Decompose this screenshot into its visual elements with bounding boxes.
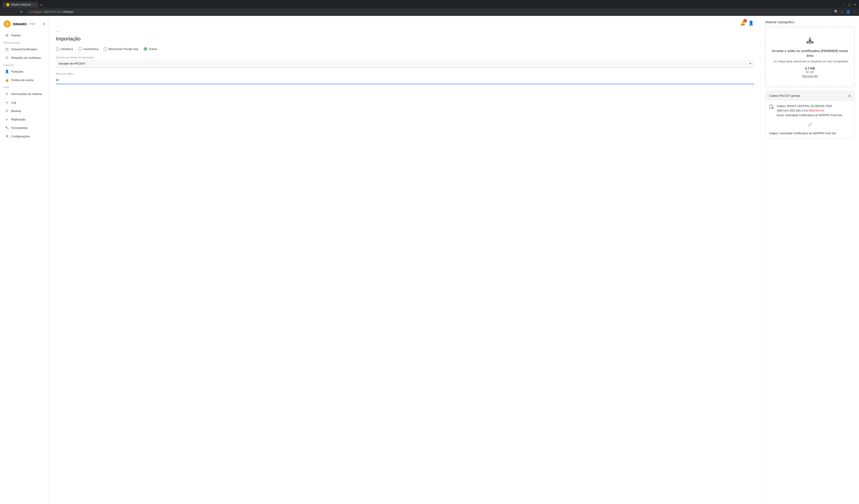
browser-menu-icon[interactable]: ⋮	[853, 10, 856, 14]
sidebar-label-paineis: Painéis	[11, 34, 21, 37]
forward-button[interactable]: →	[11, 10, 17, 14]
url-bar[interactable]: ⚠ Inseguro https://127.0.0.1/#/import	[26, 9, 832, 15]
tab-close-button[interactable]: ×	[33, 3, 34, 6]
object-name-label: Nome do objeto	[56, 73, 754, 75]
panel-title: Material criptográfico	[765, 20, 855, 24]
sidebar-label-politica: Política de senha	[11, 78, 33, 82]
sidebar-item-log[interactable]: ≡ Log	[1, 98, 48, 106]
notification-button[interactable]: 🔔 1	[740, 20, 745, 26]
app-logo: D	[3, 20, 11, 28]
chain-issuer-0: Issuer: Autoridade Certificadora do SERP…	[777, 113, 842, 117]
sidebar-item-configuracoes[interactable]: ⚙ Configurações	[1, 132, 48, 140]
sidebar-label-informacoes: Informações do sistema	[11, 92, 42, 96]
sidebar-item-informacoes[interactable]: ℹ Informações do sistema	[1, 90, 48, 98]
radio-assimetrica[interactable]: Assimétrica	[78, 47, 98, 51]
tab-favicon	[6, 3, 10, 6]
app-layout: D DINAMO HSM ☰ ⊞ Painéis Minha partição …	[0, 16, 859, 504]
import-method-value: Gerador de PKCS#7	[59, 62, 85, 65]
sidebar-label-replicacao: Replicação	[11, 118, 26, 121]
app-subtitle: HSM	[29, 22, 35, 26]
close-button[interactable]: ✕	[854, 3, 856, 6]
chain-section-title: Cadeia PKCS#7 gerada	[769, 94, 800, 97]
backup-icon: ⊙	[5, 109, 9, 113]
profile-icon[interactable]: 👤	[846, 10, 850, 14]
import-method-group: Escolha um método de importação Gerador …	[56, 56, 754, 68]
radio-outros[interactable]: Outros	[144, 47, 157, 51]
minimize-button[interactable]: ─	[843, 3, 845, 6]
configuracoes-icon: ⚙	[5, 134, 9, 138]
import-type-radio-group: Simétrica Assimétrica Blockchain Private…	[56, 47, 754, 51]
sidebar-item-chaves[interactable]: ⚿ Chaves/Certificados	[1, 45, 48, 53]
import-method-select[interactable]: Gerador de PKCS#7 ▾	[56, 60, 754, 68]
chain-info-0: Subject: BANCO CENTRAL DO BRASIL P505 Va…	[777, 104, 842, 117]
object-name-input[interactable]	[56, 76, 754, 84]
log-icon: ≡	[5, 100, 9, 104]
sidebar-item-relacoes[interactable]: ⊙ Relações de confiança	[1, 53, 48, 62]
active-tab[interactable]: Dinamo Webcon ×	[3, 2, 39, 7]
sidebar-label-relacoes: Relações de confiança	[11, 56, 41, 60]
replicacao-icon: ≡	[5, 117, 9, 121]
cert-icon-0	[769, 104, 774, 110]
app-header: 🔔 1 👤	[56, 20, 754, 26]
chain-subject-0: Subject: BANCO CENTRAL DO BRASIL P505	[777, 104, 842, 108]
radio-dot-outros	[145, 48, 146, 50]
sidebar-label-configuracoes: Configurações	[11, 135, 30, 138]
star-icon[interactable]: ☆	[841, 10, 844, 14]
collapse-panel-button[interactable]: ‹	[56, 28, 59, 34]
file-name: bc.cer	[770, 70, 849, 74]
address-bar-actions: 🔍 ☆ 👤 ⋮	[834, 10, 856, 14]
sidebar-item-ferramentas[interactable]: 🔧 Ferramentas	[1, 124, 48, 132]
chain-section-header[interactable]: Cadeia PKCS#7 gerada ⋀	[766, 91, 854, 100]
new-tab-button[interactable]: +	[39, 3, 45, 7]
informacoes-icon: ℹ	[5, 92, 9, 96]
radio-label-blockchain: Blockchain Private Key	[108, 47, 138, 51]
notification-badge: 1	[743, 19, 747, 22]
sidebar-item-paineis[interactable]: ⊞ Painéis	[1, 31, 48, 39]
address-bar: ← → ↻ ⚠ Inseguro https://127.0.0.1/#/imp…	[0, 7, 859, 16]
file-drop-zone[interactable]: Arraste e solte os certificados (PEM/DER…	[765, 27, 855, 87]
remove-file-button[interactable]: Remove file	[802, 74, 818, 78]
right-panel: Material criptográfico Arraste e solte o…	[760, 16, 859, 504]
radio-label-simetrica: Simétrica	[61, 47, 73, 51]
sidebar-item-backup[interactable]: ⊙ Backup	[1, 107, 48, 115]
sidebar-label-backup: Backup	[11, 109, 21, 113]
search-icon[interactable]: 🔍	[834, 10, 839, 14]
url-base: https://127.0.0.1/	[44, 10, 63, 13]
sidebar-label-chaves: Chaves/Certificados	[11, 48, 37, 51]
drop-zone-subtitle: ...ou clique para selecionar os arquivos…	[770, 60, 849, 63]
ferramentas-icon: 🔧	[5, 126, 9, 130]
section-hsm: HSM	[0, 84, 49, 90]
svg-rect-0	[807, 42, 813, 43]
radio-blockchain[interactable]: Blockchain Private Key	[104, 47, 138, 51]
user-avatar-button[interactable]: 👤	[748, 20, 754, 26]
content-panel: 🔔 1 👤 ‹ Importação Simétrica Assimétrica	[49, 16, 760, 504]
relacoes-icon: ⊙	[5, 56, 9, 60]
paineis-icon: ⊞	[5, 33, 9, 37]
sidebar-item-replicacao[interactable]: ≡ Replicação	[1, 115, 48, 123]
sidebar-menu-icon[interactable]: ☰	[43, 22, 45, 26]
sidebar-item-particoes[interactable]: 👤 Partições	[1, 67, 48, 76]
section-particoes: Partições	[0, 62, 49, 67]
object-name-group: Nome do objeto 2	[56, 73, 754, 87]
svg-rect-1	[770, 105, 773, 109]
sidebar: D DINAMO HSM ☰ ⊞ Painéis Minha partição …	[0, 16, 49, 504]
url-path: #/import	[63, 10, 73, 13]
radio-circle-simetrica	[56, 47, 60, 51]
radio-simetrica[interactable]: Simétrica	[56, 47, 73, 51]
chain-subject-next: Subject: Autoridade Certificadora do SER…	[766, 129, 854, 138]
back-button[interactable]: ←	[3, 10, 9, 14]
radio-circle-assimetrica	[78, 47, 82, 51]
reload-button[interactable]: ↻	[19, 9, 25, 14]
sidebar-item-politica[interactable]: 🔒 Política de senha	[1, 76, 48, 84]
chain-validity-0: Valid from 2021-Dec-13 to 2022-Dec-13	[777, 108, 842, 113]
tab-title: Dinamo Webcon	[11, 3, 31, 6]
url-text: https://127.0.0.1/#/import	[44, 10, 73, 13]
chaves-icon: ⚿	[5, 47, 9, 51]
sidebar-label-log: Log	[11, 101, 16, 104]
collapse-icon: ‹	[57, 29, 58, 33]
tab-bar: Dinamo Webcon × +	[3, 2, 841, 7]
restore-button[interactable]: ▢	[848, 3, 851, 6]
sidebar-label-particoes: Partições	[11, 70, 23, 73]
radio-label-outros: Outros	[149, 47, 157, 51]
radio-label-assimetrica: Assimétrica	[83, 47, 98, 51]
